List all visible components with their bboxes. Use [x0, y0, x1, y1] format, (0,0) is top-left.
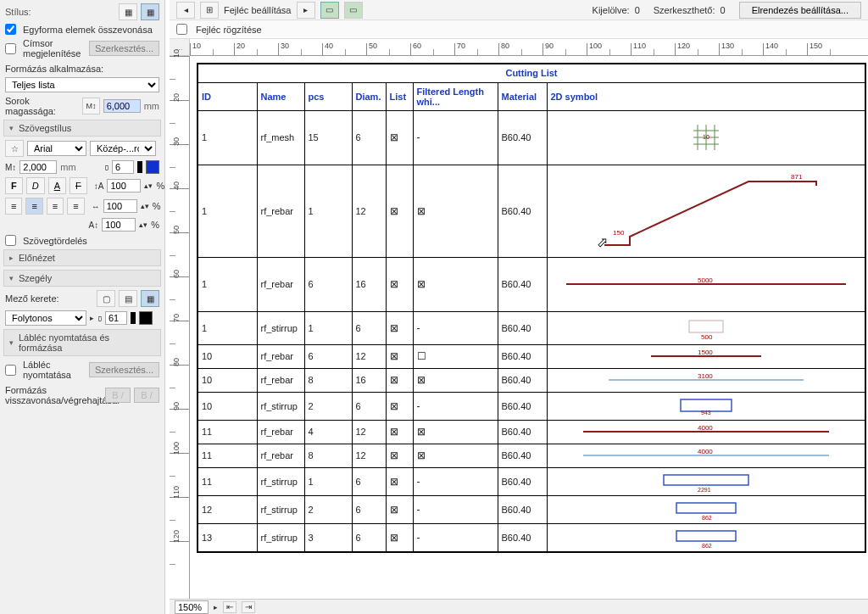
scale1-input[interactable] [107, 179, 141, 193]
fit-page-icon[interactable]: ⇥ [242, 601, 255, 613]
wrap-label: Szövegtördelés [23, 236, 87, 246]
col-list: List [386, 82, 413, 110]
zoom-input[interactable] [175, 600, 209, 614]
section-footer[interactable]: Lábléc nyomtatása és formázása [3, 329, 161, 356]
col-filt: Filtered Length whi... [413, 82, 498, 110]
style-grid2-icon[interactable]: ▦ [141, 3, 159, 20]
format-apply-select[interactable]: Teljes lista [5, 77, 159, 92]
svg-rect-25 [676, 503, 736, 513]
table-row[interactable]: 1rf_stirrup16⊠-B60.40500 [198, 311, 865, 344]
svg-text:500: 500 [701, 333, 713, 341]
titlerow-edit-button[interactable]: Szerkesztés... [89, 41, 159, 56]
table-row[interactable]: 1rf_rebar616⊠⊠B60.405000 [198, 257, 865, 311]
top-toolbar: ◂ ⊞ Fejléc beállítása ▸ ▭ ▭ Kijelölve: 0… [170, 0, 868, 20]
scale2-input[interactable] [103, 199, 137, 213]
toolbar-opt2-icon[interactable]: ▭ [344, 2, 363, 19]
svg-text:4000: 4000 [698, 425, 713, 432]
editable-count: 0 [721, 5, 726, 15]
footer-edit-button[interactable]: Szerkesztés... [89, 362, 159, 377]
svg-text:5000: 5000 [698, 276, 713, 284]
pen-weight-input[interactable] [112, 160, 134, 174]
font-region-select[interactable]: Közép-...rópai [90, 141, 156, 156]
col-mat: Material [498, 82, 547, 110]
footer-print-label: Lábléc nyomtatása [23, 360, 82, 380]
table-row[interactable]: 11rf_stirrup16⊠-B60.402291 [198, 467, 865, 495]
titlerow-label: Címsor megjelenítése [23, 38, 82, 59]
table-row[interactable]: 10rf_rebar816⊠⊠B60.403100 [198, 368, 865, 392]
font-size-input[interactable] [19, 160, 57, 174]
header-settings-label: Fejléc beállítása [224, 5, 292, 15]
undo-label: Formázás visszavonása/végrehajtása: [5, 385, 90, 405]
header-settings-icon[interactable]: ⊞ [200, 2, 219, 19]
frame-rows-icon[interactable]: ▤ [119, 290, 137, 307]
table-row[interactable]: 10rf_stirrup26⊠-B60.40943 [198, 392, 865, 420]
canvas[interactable]: Cutting List ID Name pcs Diam. List Filt… [190, 56, 868, 599]
align-right-button[interactable]: ≡ [47, 198, 64, 215]
table-row[interactable]: 1rf_rebar112⊠⊠B60.40871150 [198, 165, 865, 257]
titlerow-checkbox[interactable] [5, 43, 16, 54]
merge-checkbox[interactable] [5, 24, 16, 35]
section-preview[interactable]: Előnézet [3, 249, 161, 266]
scale3-input[interactable] [102, 218, 136, 232]
svg-text:10: 10 [703, 134, 709, 140]
svg-text:1500: 1500 [698, 349, 713, 356]
format-undo-button[interactable]: B / [105, 388, 131, 403]
frame-none-icon[interactable]: ▢ [97, 290, 115, 307]
underline-button[interactable]: A [48, 177, 66, 194]
svg-rect-27 [676, 531, 736, 541]
line-pen-preview [131, 312, 136, 324]
nav-next-icon[interactable]: ▸ [297, 2, 315, 19]
row-height-unit: mm [144, 101, 159, 111]
table-row[interactable]: 10rf_rebar612⊠☐B60.401500 [198, 344, 865, 368]
wrap-checkbox[interactable] [5, 235, 16, 246]
align-justify-button[interactable]: ≡ [67, 198, 84, 215]
format-redo-button[interactable]: B / [134, 388, 159, 403]
row-height-mode-icon[interactable]: M↕ [82, 98, 99, 114]
style-label: Stílus: [5, 7, 31, 17]
section-text-style[interactable]: Szövegstílus [3, 120, 161, 137]
table-row[interactable]: 11rf_rebar812⊠⊠B60.404000 [198, 444, 865, 467]
strike-button[interactable]: F [70, 177, 87, 194]
document-area: ... 102030405060708090100110120130140150… [170, 39, 868, 599]
nav-prev-icon[interactable]: ◂ [176, 2, 195, 19]
line-pen-input[interactable] [105, 311, 127, 325]
table-row[interactable]: 1rf_mesh156⊠-B60.4010 [198, 110, 865, 165]
italic-button[interactable]: D [26, 177, 45, 194]
table-row[interactable]: 11rf_rebar412⊠⊠B60.404000 [198, 420, 865, 444]
footer-print-checkbox[interactable] [5, 365, 16, 376]
fit-width-icon[interactable]: ⇤ [223, 601, 236, 613]
row-height-input[interactable] [103, 99, 141, 113]
freeze-header-checkbox[interactable] [176, 24, 187, 35]
svg-rect-23 [664, 475, 748, 485]
bottom-status-bar: ▸ ⇤ ⇥ [170, 599, 868, 614]
layout-settings-button[interactable]: Elrendezés beállítása... [739, 2, 861, 19]
align-center-button[interactable]: ≡ [25, 198, 42, 215]
col-diam: Diam. [352, 82, 386, 110]
text-color-swatch[interactable] [146, 160, 159, 174]
bold-button[interactable]: F [5, 177, 23, 194]
section-border[interactable]: Szegély [3, 270, 161, 287]
line-color-swatch[interactable] [139, 311, 153, 325]
toolbar-opt1-icon[interactable]: ▭ [320, 2, 339, 19]
cutting-list-table: Cutting List ID Name pcs Diam. List Filt… [197, 63, 866, 553]
line-type-select[interactable]: Folytonos [5, 310, 86, 326]
editable-label: Szerkeszthető: [654, 5, 715, 15]
col-pcs: pcs [304, 82, 352, 110]
style-grid1-icon[interactable]: ▦ [119, 3, 137, 20]
frame-all-icon[interactable]: ▦ [141, 290, 159, 307]
table-row[interactable]: 12rf_stirrup26⊠-B60.40862 [198, 495, 865, 523]
pen-preview [137, 161, 142, 173]
table-header-row: ID Name pcs Diam. List Filtered Length w… [198, 82, 865, 110]
table-title: Cutting List [198, 64, 865, 82]
ruler-vertical: 102030405060708090100110120 [170, 56, 190, 599]
col-name: Name [257, 82, 304, 110]
svg-rect-11 [689, 321, 723, 332]
svg-text:2291: 2291 [698, 487, 711, 492]
align-left-button[interactable]: ≡ [5, 198, 22, 215]
left-properties-panel: Stílus: ▦ ▦ Egyforma elemek összevonása … [0, 0, 165, 614]
favorite-icon[interactable]: ☆ [5, 140, 24, 157]
col-sym: 2D symbol [547, 82, 865, 110]
merge-label: Egyforma elemek összevonása [23, 25, 153, 35]
font-name-select[interactable]: Arial [27, 141, 86, 156]
table-row[interactable]: 13rf_stirrup36⊠-B60.40862 [198, 523, 865, 552]
